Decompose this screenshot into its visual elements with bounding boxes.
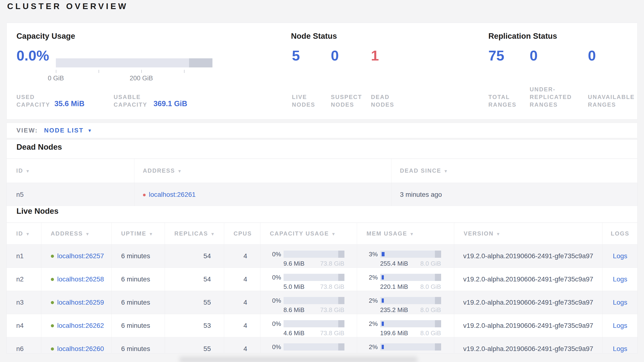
capacity-percent: 0.0% (16, 47, 49, 64)
used-capacity-value: 35.6 MiB (54, 99, 84, 108)
node-address-cell: localhost:26257 (41, 245, 112, 268)
view-label: VIEW: (16, 127, 38, 134)
unavailable-count: 0 (588, 47, 596, 64)
sort-arrow-icon: ▼ (177, 169, 182, 173)
mem-bar (380, 251, 441, 258)
table-row: n5 localhost:26261 3 minutes ago (7, 183, 638, 206)
suspect-nodes-label: SUSPECT NODES (331, 93, 362, 109)
node-address-cell: localhost:26260 (41, 337, 112, 354)
dead-since: 3 minutes ago (391, 183, 638, 206)
node-version: v19.2.0-alpha.20190606-2491-gfe735c9a97 (454, 291, 602, 314)
dead-col-dead-since[interactable]: DEAD SINCE▼ (391, 159, 638, 183)
logs-link[interactable]: Logs (613, 345, 627, 352)
logs-link[interactable]: Logs (613, 322, 627, 329)
node-id: n1 (7, 245, 41, 268)
node-address-cell: localhost:26258 (41, 268, 112, 291)
table-row: n4 localhost:26262 6 minutes 53 4 0% 4.6… (7, 314, 638, 337)
col-capacity-usage[interactable]: CAPACITY USAGE▼ (260, 223, 357, 245)
axis-tick (56, 70, 56, 73)
dead-nodes-table: ID▼ ADDRESS▼ DEAD SINCE▼ n5 localhost:26… (7, 158, 638, 206)
node-uptime: 6 minutes (112, 268, 165, 291)
mem-bar (380, 297, 441, 304)
sort-arrow-icon: ▼ (26, 169, 30, 173)
node-address-cell: localhost:26261 (134, 183, 391, 206)
mem-usage-cell: 2% 235.2 MiB8.0 GiB (357, 291, 454, 314)
replication-status-title: Replication Status (488, 32, 557, 41)
live-status-icon (51, 301, 54, 304)
table-header-row: ID▼ ADDRESS▼ UPTIME▼ REPLICAS▼ CPUS CAPA… (7, 223, 638, 245)
col-logs: LOGS (602, 223, 638, 245)
col-replicas[interactable]: REPLICAS▼ (165, 223, 224, 245)
capacity-usage-cell: 0% 9.6 MiB73.8 GiB (260, 245, 357, 268)
below-fold-shadow (179, 357, 418, 362)
node-id: n3 (7, 291, 41, 314)
live-nodes-table: ID▼ ADDRESS▼ UPTIME▼ REPLICAS▼ CPUS CAPA… (7, 223, 638, 353)
mem-usage-cell: 2% 199.6 MiB8.0 GiB (357, 314, 454, 337)
live-nodes-label: LIVE NODES (292, 93, 315, 109)
node-address-link[interactable]: localhost:26259 (57, 299, 104, 306)
table-row: n3 localhost:26259 6 minutes 55 4 0% 8.6… (7, 291, 638, 314)
col-version[interactable]: VERSION▼ (454, 223, 602, 245)
node-address-link[interactable]: localhost:26258 (57, 275, 104, 283)
nodes-sheet: Dead Nodes ID▼ ADDRESS▼ DEAD SINCE▼ n5 l… (6, 139, 638, 353)
col-uptime[interactable]: UPTIME▼ (112, 223, 165, 245)
node-address-link[interactable]: localhost:26262 (57, 322, 104, 329)
under-replicated-count: 0 (530, 47, 538, 64)
suspect-nodes-count: 0 (331, 47, 339, 64)
view-selector[interactable]: NODE LIST (44, 127, 84, 134)
node-version: v19.2.0-alpha.20190606-2491-gfe735c9a97 (454, 314, 602, 337)
chevron-down-icon[interactable]: ▾ (88, 127, 91, 134)
capacity-usage-title: Capacity Usage (16, 32, 75, 41)
node-address-link[interactable]: localhost:26261 (149, 191, 196, 198)
live-status-icon (51, 324, 54, 327)
sort-arrow-icon: ▼ (210, 232, 215, 237)
node-cpus: 4 (224, 268, 260, 291)
page-title: CLUSTER OVERVIEW (7, 2, 128, 11)
node-address-link[interactable]: localhost:26260 (57, 345, 104, 352)
logs-link[interactable]: Logs (613, 252, 627, 260)
logs-link[interactable]: Logs (613, 275, 627, 283)
col-address[interactable]: ADDRESS▼ (41, 223, 112, 245)
live-nodes-heading: Live Nodes (16, 207, 58, 216)
live-status-icon (51, 347, 54, 350)
node-uptime: 6 minutes (112, 337, 165, 354)
dead-col-address[interactable]: ADDRESS▼ (134, 159, 391, 183)
node-cpus: 4 (224, 291, 260, 314)
node-version: v19.2.0-alpha.20190606-2491-gfe735c9a97 (454, 245, 602, 268)
sort-arrow-icon: ▼ (26, 232, 30, 237)
node-cpus: 4 (224, 314, 260, 337)
mem-usage-cell: 2% 220.1 MiB8.0 GiB (357, 268, 454, 291)
total-ranges-count: 75 (488, 47, 504, 64)
node-address-cell: localhost:26262 (41, 314, 112, 337)
logs-link[interactable]: Logs (613, 299, 627, 306)
node-replicas: 54 (165, 245, 224, 268)
node-replicas: 55 (165, 291, 224, 314)
node-id: n2 (7, 268, 41, 291)
node-uptime: 6 minutes (112, 291, 165, 314)
sort-arrow-icon: ▼ (444, 169, 448, 173)
node-address-link[interactable]: localhost:26257 (57, 252, 104, 260)
axis-tick-label: 0 GiB (39, 75, 72, 82)
col-mem-usage[interactable]: MEM USAGE▼ (357, 223, 454, 245)
col-id[interactable]: ID▼ (7, 223, 41, 245)
mem-bar (380, 320, 441, 327)
node-replicas: 54 (165, 268, 224, 291)
table-row: n2 localhost:26258 6 minutes 54 4 0% 5.0… (7, 268, 638, 291)
capacity-bar (284, 274, 344, 281)
capacity-bar (284, 297, 344, 304)
unavailable-label: UNAVAILABLE RANGES (588, 93, 635, 109)
mem-usage-cell: 3% 255.4 MiB8.0 GiB (357, 245, 454, 268)
sort-arrow-icon: ▼ (331, 232, 336, 237)
node-cpus: 4 (224, 337, 260, 354)
dead-nodes-count: 1 (371, 47, 379, 64)
col-cpus[interactable]: CPUS (224, 223, 260, 245)
mem-usage-cell: 2% 225.5 MiB8.0 GiB (357, 337, 454, 354)
capacity-usage-cell: 0% 8.6 MiB73.8 GiB (260, 291, 357, 314)
under-replicated-label: UNDER- REPLICATED RANGES (530, 86, 572, 109)
node-address-cell: localhost:26259 (41, 291, 112, 314)
dead-col-id[interactable]: ID▼ (7, 159, 134, 183)
node-id: n5 (7, 183, 134, 206)
capacity-bar (284, 343, 344, 350)
capacity-usage-cell: 0% 7.8 MiB73.8 GiB (260, 337, 357, 354)
node-id: n6 (7, 337, 41, 354)
